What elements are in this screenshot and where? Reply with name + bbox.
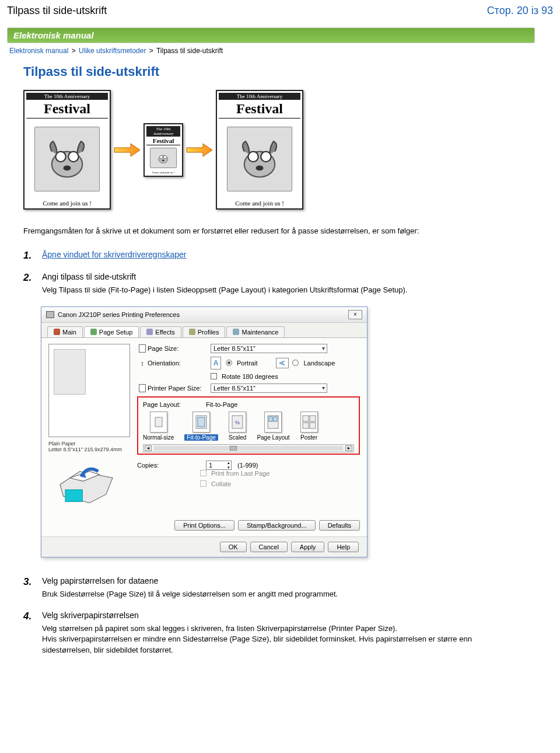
page-size-label: Page Size: [148,345,211,352]
copies-label: Copies: [137,462,200,469]
breadcrumb: Elektronisk manual > Ulike utskriftsmeto… [7,47,553,55]
print-options-button[interactable]: Print Options... [174,520,235,531]
layout-opt-scaled[interactable]: % Scaled [229,412,247,441]
printer-drawing-icon [48,456,124,512]
step-2-number: 2. [23,272,36,284]
svg-point-3 [63,165,71,170]
landscape-label: Landscape [303,360,335,367]
step-4-number: 4. [23,611,36,622]
page-title: Tilpass til side-utskrift [23,64,520,79]
tab-maintenance[interactable]: Maintenance [226,326,285,337]
step-3-title: Velg papirstørrelsen for dataene [42,576,520,585]
dog-icon [153,150,174,166]
close-button[interactable]: × [348,310,362,319]
copies-range: (1-999) [237,462,258,469]
step-4-title: Velg skriverpapirstørrelsen [42,611,520,620]
layout-opt-normal[interactable]: Normal-size [143,412,174,441]
paper-icon [139,384,146,392]
printing-preferences-dialog: Canon JX210P series Printing Preferences… [41,306,368,557]
layout-opt-page-layout[interactable]: Page Layout [257,412,289,441]
page-indicator: Стор. 20 із 93 [487,5,553,17]
copies-spinner[interactable]: 1 [206,461,232,470]
page-layout-label: Page Layout: [143,401,206,408]
cancel-button[interactable]: Cancel [250,542,288,552]
scroll-right-icon[interactable]: ► [345,445,352,451]
arrow-right-icon [113,142,141,158]
tab-maintenance-icon [233,329,239,335]
step-4-desc-1: Velg størrelsen på papiret som skal legg… [42,623,520,635]
scroll-left-icon[interactable]: ◄ [145,445,152,451]
printer-paper-select[interactable]: Letter 8.5"x11" [211,384,327,393]
ok-button[interactable]: OK [220,542,247,552]
dog-icon [234,134,285,184]
printer-paper-label: Printer Paper Size: [148,385,211,392]
fit-to-page-illustration: The 10th Anniversary Festival Come and j… [23,90,520,210]
svg-rect-12 [65,490,82,501]
svg-rect-22 [310,416,316,421]
orientation-icon: ↕ [141,360,144,367]
step-2-desc: Velg Tilpass til side (Fit-to-Page) i li… [42,285,520,296]
step-2-title: Angi tilpass til side-utskrift [42,272,520,281]
page-layout-value: Fit-to-Page [206,401,237,408]
tab-main-icon [54,329,60,335]
step-1-number: 1. [23,250,36,262]
step-3-desc: Bruk Sidestørrelse (Page Size) til å vel… [42,589,520,600]
page-icon [139,344,146,353]
svg-rect-21 [303,416,309,421]
step-4-desc-2: Hvis skriverpapirstørrelsen er mindre en… [42,634,520,656]
page-layout-highlight: Page Layout: Fit-to-Page Normal-size Fit… [137,396,360,455]
header-title: Tilpass til side-utskrift [7,5,107,17]
portrait-radio[interactable] [226,360,232,366]
svg-point-5 [160,156,163,159]
poster-small: The 10th Anniversary Festival Come and j… [144,123,183,177]
layout-scrollbar[interactable]: ◄ ► [143,444,354,452]
step-1-title-link[interactable]: Åpne vinduet for skriverdriveregnskaper [42,250,186,259]
portrait-label: Portrait [237,360,257,367]
print-last-checkbox[interactable] [200,470,206,476]
collate-label: Collate [211,480,231,487]
svg-rect-19 [269,417,272,421]
poster-large-2: The 10th Anniversary Festival Come and j… [216,90,303,210]
tab-profiles[interactable]: Profiles [183,326,226,337]
svg-point-11 [256,165,263,170]
landscape-icon: A [276,358,289,368]
svg-point-7 [162,160,164,162]
breadcrumb-link-2[interactable]: Ulike utskriftsmetoder [79,47,146,55]
landscape-radio[interactable] [292,360,299,366]
svg-text:%: % [235,420,240,426]
collate-checkbox[interactable] [200,480,206,487]
breadcrumb-current: Tilpass til side-utskrift [156,47,223,55]
portrait-icon: A [211,357,221,369]
breadcrumb-link-1[interactable]: Elektronisk manual [9,47,68,55]
tab-main[interactable]: Main [47,326,83,337]
page-size-select[interactable]: Letter 8.5"x11" [211,344,327,353]
svg-rect-20 [274,417,277,421]
rotate-checkbox[interactable] [211,373,217,379]
svg-rect-23 [303,423,309,428]
layout-opt-fit[interactable]: Fit-to-Page [184,412,218,441]
tab-profiles-icon [189,329,195,335]
defaults-button[interactable]: Defaults [319,520,360,531]
svg-rect-24 [310,423,316,428]
apply-button[interactable]: Apply [291,542,325,552]
tab-effects-icon [146,329,153,335]
layout-opt-poster[interactable]: Poster [300,412,318,441]
manual-banner: Elektronisk manual [7,27,535,43]
print-last-label: Print from Last Page [211,470,270,477]
svg-point-6 [164,156,167,159]
rotate-label: Rotate 180 degrees [222,373,278,380]
page-preview [48,344,130,437]
orientation-label: Orientation: [148,360,211,367]
preview-info: Plain Paper Letter 8.5"x11" 215.9x279.4m… [48,441,130,454]
arrow-right-icon [186,142,214,158]
help-button[interactable]: Help [328,542,359,552]
svg-rect-15 [198,417,205,427]
stamp-background-button[interactable]: Stamp/Background... [238,520,316,531]
dialog-title-text: Canon JX210P series Printing Preferences [58,311,180,318]
printer-icon [46,311,54,318]
poster-large: The 10th Anniversary Festival Come and j… [23,90,111,210]
dog-icon [41,134,93,184]
tab-page-setup[interactable]: Page Setup [84,326,139,337]
tab-effects[interactable]: Effects [140,326,181,337]
svg-rect-13 [155,417,162,427]
